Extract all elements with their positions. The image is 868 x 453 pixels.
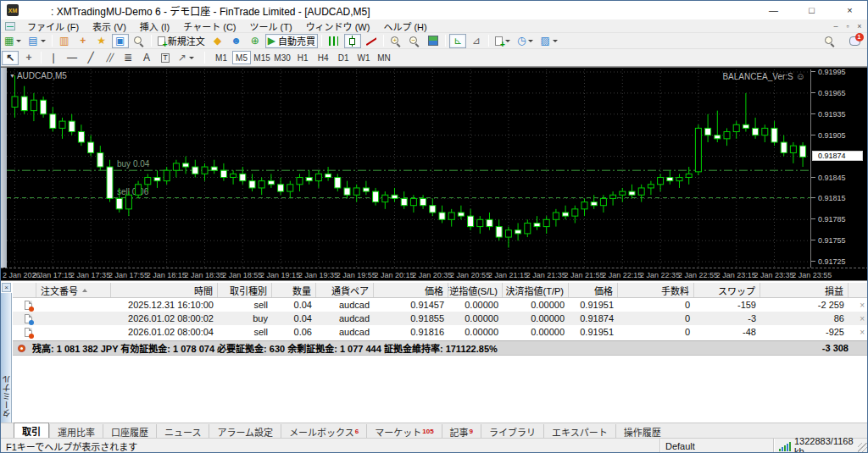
tab-記事[interactable]: 記事9: [442, 424, 481, 439]
timeframe-button-W1[interactable]: W1: [354, 51, 373, 64]
column-header[interactable]: スワップ: [694, 283, 760, 297]
timeframe-button-M1[interactable]: M1: [212, 51, 231, 64]
maximize-button[interactable]: □: [793, 1, 831, 19]
symbol-dropdown-icon[interactable]: ▼: [9, 73, 15, 79]
crosshair-tool-button[interactable]: +: [20, 51, 37, 65]
mdi-restore-button[interactable]: ▫: [842, 22, 854, 30]
column-header[interactable]: 決済逆指値(S/L): [448, 283, 503, 297]
chart-shift-button[interactable]: ⊿: [468, 34, 485, 48]
autotrade-button[interactable]: ▶自動売買: [265, 34, 318, 48]
time-axis[interactable]: 2 Jan 20262 Jan 17:152 Jan 17:352 Jan 17…: [1, 268, 868, 281]
auto-scroll-button[interactable]: ⊾: [449, 34, 466, 48]
timeframe-button-H1[interactable]: H1: [293, 51, 312, 64]
close-position-icon[interactable]: ×: [860, 314, 865, 323]
column-header[interactable]: 通貨ペア: [316, 283, 374, 297]
strategy-tester-button[interactable]: [131, 34, 147, 48]
column-header[interactable]: 決済指値(T/P): [503, 283, 569, 297]
timeframe-button-H4[interactable]: H4: [314, 51, 332, 64]
close-button[interactable]: ×: [831, 1, 868, 19]
timeframe-button-MN[interactable]: MN: [375, 51, 393, 64]
column-header[interactable]: 価格: [374, 283, 448, 297]
chart-window[interactable]: ▼AUDCAD,M5 BALANCEA_Ver:S☺ buy 0.04sell …: [1, 67, 868, 280]
trendline-button[interactable]: ╱: [82, 51, 99, 65]
fibonacci-button[interactable]: ≣: [120, 51, 136, 65]
tab-マーケット[interactable]: マーケット105: [366, 424, 441, 439]
indicators-button[interactable]: [492, 34, 513, 48]
terminal-button[interactable]: ▣: [112, 34, 129, 48]
column-header[interactable]: 手数料: [618, 283, 694, 297]
menu-item-ウ[interactable]: ウィンドウ (W): [299, 19, 377, 34]
price-chart[interactable]: buy 0.04sell 0.06: [7, 69, 810, 268]
column-header[interactable]: 注文番号: [36, 283, 111, 297]
data-window-button[interactable]: +: [75, 34, 92, 48]
table-row[interactable]: 2026.01.02 08:00:02buy0.04audcad0.918550…: [13, 312, 868, 325]
search-button[interactable]: [821, 34, 837, 48]
timeframe-button-M5[interactable]: M5: [232, 51, 251, 64]
shapes-button[interactable]: ↗: [175, 51, 197, 65]
tab-取引[interactable]: 取引: [14, 423, 49, 439]
close-position-icon[interactable]: ×: [860, 301, 865, 310]
column-header[interactable]: 数量: [272, 283, 316, 297]
menu-item-表[interactable]: 表示 (V): [86, 19, 133, 34]
menu-item-ヘ[interactable]: ヘルプ (H): [376, 19, 433, 34]
tab-エキスパート[interactable]: エキスパート: [543, 424, 615, 439]
menu-item-挿[interactable]: 挿入 (I): [133, 19, 176, 34]
web-terminal-button[interactable]: ⊕: [247, 34, 264, 48]
mdi-close-button[interactable]: ×: [854, 22, 865, 30]
candlestick-chart-button[interactable]: [344, 34, 361, 48]
tab-アラーム設定[interactable]: アラーム設定: [209, 424, 281, 439]
menu-item-フ[interactable]: ファイル (F): [20, 19, 86, 34]
close-position-icon[interactable]: ×: [860, 328, 865, 337]
resize-grip[interactable]: [858, 443, 868, 453]
new-order-button[interactable]: 新規注文: [155, 34, 208, 48]
channel-button[interactable]: ╱╱: [101, 51, 118, 65]
vertical-line-button[interactable]: |: [45, 51, 62, 65]
table-row[interactable]: 2025.12.31 16:10:00sell0.04audcad0.91457…: [13, 298, 868, 312]
periods-button[interactable]: ◷: [515, 34, 536, 48]
horizontal-line-button[interactable]: —: [64, 51, 81, 65]
ea-smiley-icon[interactable]: ☺: [796, 71, 805, 81]
title-bar[interactable]: XM : XMTradingMU-Demo 6 - デモ口座 - FinTrad…: [1, 1, 868, 19]
terminal-side-tab[interactable]: ターミナル: [1, 293, 12, 423]
column-header[interactable]: 時間: [111, 283, 218, 297]
notifications-button[interactable]: 1: [846, 34, 863, 48]
tab-運用比率[interactable]: 運用比率: [49, 424, 103, 439]
column-header[interactable]: 損益: [760, 283, 849, 297]
timeframe-button-D1[interactable]: D1: [334, 51, 353, 64]
label-tool-button[interactable]: T: [157, 51, 174, 65]
mdi-minimize-button[interactable]: –: [830, 22, 842, 30]
text-tool-button[interactable]: A: [138, 51, 155, 65]
zoom-out-button[interactable]: [406, 34, 423, 48]
zoom-in-button[interactable]: [387, 34, 404, 48]
close-position-cell[interactable]: ×: [849, 298, 868, 312]
line-chart-button[interactable]: [363, 34, 380, 48]
table-row[interactable]: 2026.01.02 08:00:04sell0.06audcad0.91816…: [13, 325, 868, 339]
menu-item-チ[interactable]: チャート (C): [176, 19, 242, 34]
market-watch-button[interactable]: ▥: [56, 34, 73, 48]
tile-windows-button[interactable]: [425, 34, 442, 48]
column-header[interactable]: 取引種別: [218, 283, 272, 297]
tab-ライブラリ[interactable]: ライブラリ: [481, 424, 543, 439]
tab-口座履歴[interactable]: 口座履歴: [103, 424, 156, 439]
tab-メールボックス[interactable]: メールボックス6: [281, 424, 366, 439]
menu-item-ツ[interactable]: ツール (T): [243, 19, 299, 34]
column-header[interactable]: 価格: [569, 283, 618, 297]
cursor-tool-button[interactable]: ↖: [2, 51, 19, 65]
timeframe-button-M15[interactable]: M15: [253, 51, 271, 64]
community-button[interactable]: ☻: [228, 34, 245, 48]
metaeditor-button[interactable]: ◆: [209, 34, 226, 48]
close-position-cell[interactable]: ×: [849, 325, 868, 339]
close-position-cell[interactable]: ×: [849, 312, 868, 325]
chart-window-icon[interactable]: [5, 22, 15, 30]
status-profile[interactable]: Default: [660, 439, 774, 453]
minimize-button[interactable]: —: [754, 1, 793, 19]
bar-chart-button[interactable]: [326, 34, 342, 48]
profiles-button[interactable]: ▤: [25, 34, 47, 48]
templates-button[interactable]: ▨: [537, 34, 559, 48]
terminal-close-icon[interactable]: ×: [2, 283, 11, 292]
new-chart-button[interactable]: ▦: [2, 34, 24, 48]
tab-ニュース[interactable]: ニュース: [156, 424, 209, 439]
navigator-button[interactable]: ★: [93, 34, 110, 48]
tab-操作履歴[interactable]: 操作履歴: [615, 424, 669, 439]
price-axis[interactable]: 0.919950.919650.919350.919050.918450.918…: [810, 69, 868, 268]
